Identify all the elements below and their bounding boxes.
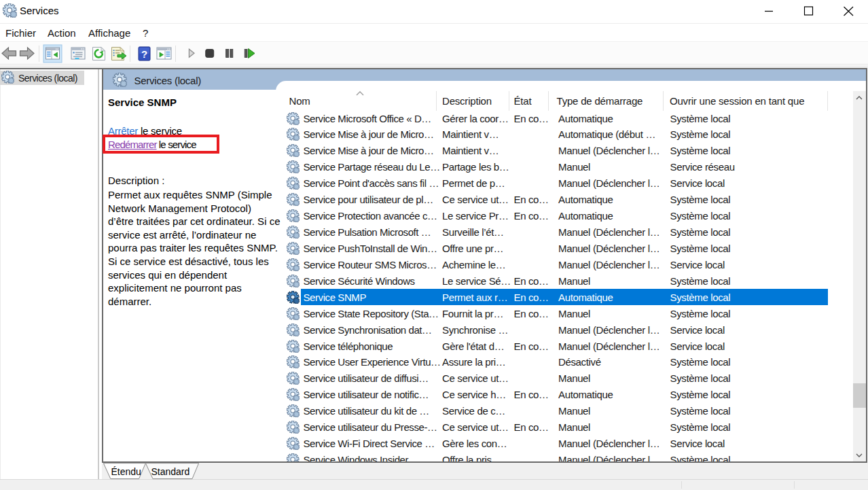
- svg-text:Standard: Standard: [151, 466, 190, 477]
- svg-text:Étendu: Étendu: [111, 466, 141, 477]
- svg-text:?: ?: [141, 48, 147, 60]
